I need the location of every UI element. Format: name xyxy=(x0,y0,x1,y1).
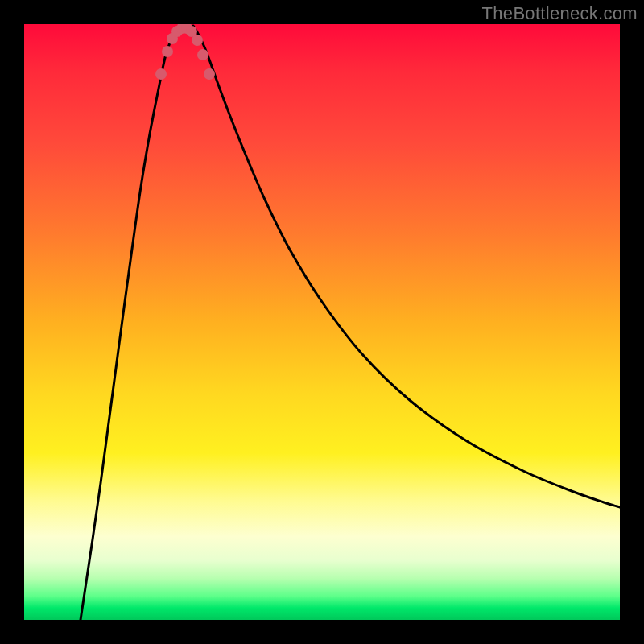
valley-marker xyxy=(155,68,167,80)
watermark-text: TheBottleneck.com xyxy=(482,3,638,24)
left-curve xyxy=(80,26,179,620)
valley-marker xyxy=(204,68,215,80)
right-curve xyxy=(193,26,620,507)
plot-area xyxy=(24,24,620,620)
valley-marker xyxy=(197,49,208,60)
valley-marker xyxy=(192,35,203,46)
valley-marker xyxy=(162,46,173,57)
chart-frame: TheBottleneck.com xyxy=(0,0,644,644)
chart-svg xyxy=(24,24,620,620)
